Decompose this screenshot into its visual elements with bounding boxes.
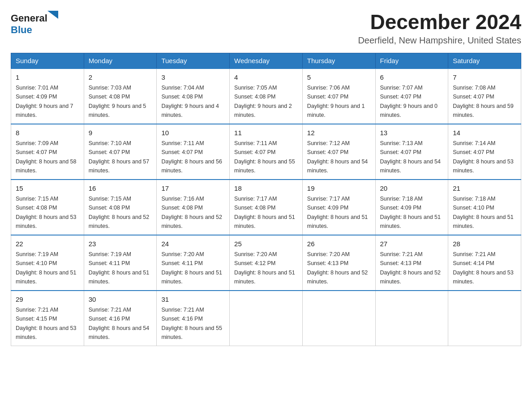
table-row: 1 Sunrise: 7:01 AMSunset: 4:09 PMDayligh… — [11, 68, 84, 124]
day-info: Sunrise: 7:11 AMSunset: 4:07 PMDaylight:… — [161, 140, 222, 174]
day-number: 13 — [380, 128, 444, 138]
logo: General Blue — [11, 11, 58, 36]
table-row: 13 Sunrise: 7:13 AMSunset: 4:07 PMDaylig… — [375, 124, 448, 180]
day-info: Sunrise: 7:19 AMSunset: 4:11 PMDaylight:… — [89, 251, 150, 285]
day-info: Sunrise: 7:21 AMSunset: 4:13 PMDaylight:… — [380, 251, 441, 285]
day-number: 11 — [234, 128, 298, 138]
day-number: 21 — [453, 184, 516, 194]
day-info: Sunrise: 7:15 AMSunset: 4:08 PMDaylight:… — [89, 196, 150, 229]
day-info: Sunrise: 7:11 AMSunset: 4:07 PMDaylight:… — [234, 140, 295, 174]
table-row: 3 Sunrise: 7:04 AMSunset: 4:08 PMDayligh… — [157, 68, 230, 124]
logo-text: General Blue — [11, 11, 58, 36]
table-row: 16 Sunrise: 7:15 AMSunset: 4:08 PMDaylig… — [84, 180, 157, 235]
table-row: 28 Sunrise: 7:21 AMSunset: 4:14 PMDaylig… — [448, 235, 521, 291]
month-title: December 2024 — [358, 11, 521, 34]
calendar-header-row: Sunday Monday Tuesday Wednesday Thursday… — [11, 53, 521, 68]
table-row — [375, 291, 448, 346]
day-number: 20 — [380, 184, 444, 194]
calendar-week-row: 29 Sunrise: 7:21 AMSunset: 4:15 PMDaylig… — [11, 291, 521, 346]
day-info: Sunrise: 7:16 AMSunset: 4:08 PMDaylight:… — [161, 196, 222, 229]
calendar-table: Sunday Monday Tuesday Wednesday Thursday… — [11, 53, 521, 346]
table-row: 9 Sunrise: 7:10 AMSunset: 4:07 PMDayligh… — [84, 124, 157, 180]
header-wednesday: Wednesday — [230, 53, 303, 68]
header-tuesday: Tuesday — [157, 53, 230, 68]
day-info: Sunrise: 7:13 AMSunset: 4:07 PMDaylight:… — [380, 140, 441, 174]
calendar-week-row: 15 Sunrise: 7:15 AMSunset: 4:08 PMDaylig… — [11, 180, 521, 235]
day-number: 4 — [234, 73, 298, 83]
table-row: 15 Sunrise: 7:15 AMSunset: 4:08 PMDaylig… — [11, 180, 84, 235]
day-info: Sunrise: 7:12 AMSunset: 4:07 PMDaylight:… — [307, 140, 368, 174]
day-number: 9 — [89, 128, 152, 138]
header-saturday: Saturday — [448, 53, 521, 68]
table-row: 22 Sunrise: 7:19 AMSunset: 4:10 PMDaylig… — [11, 235, 84, 291]
table-row: 18 Sunrise: 7:17 AMSunset: 4:08 PMDaylig… — [230, 180, 303, 235]
table-row — [448, 291, 521, 346]
calendar-week-row: 8 Sunrise: 7:09 AMSunset: 4:07 PMDayligh… — [11, 124, 521, 180]
day-number: 31 — [161, 295, 225, 305]
table-row: 6 Sunrise: 7:07 AMSunset: 4:07 PMDayligh… — [375, 68, 448, 124]
calendar-week-row: 1 Sunrise: 7:01 AMSunset: 4:09 PMDayligh… — [11, 68, 521, 124]
day-info: Sunrise: 7:08 AMSunset: 4:07 PMDaylight:… — [453, 85, 514, 118]
day-number: 7 — [453, 73, 516, 83]
day-number: 10 — [161, 128, 225, 138]
header-monday: Monday — [84, 53, 157, 68]
title-section: December 2024 Deerfield, New Hampshire, … — [358, 11, 521, 46]
day-info: Sunrise: 7:20 AMSunset: 4:13 PMDaylight:… — [307, 251, 368, 285]
day-info: Sunrise: 7:20 AMSunset: 4:11 PMDaylight:… — [161, 251, 222, 285]
table-row: 20 Sunrise: 7:18 AMSunset: 4:09 PMDaylig… — [375, 180, 448, 235]
day-number: 23 — [89, 239, 152, 249]
day-info: Sunrise: 7:15 AMSunset: 4:08 PMDaylight:… — [16, 196, 77, 229]
day-info: Sunrise: 7:06 AMSunset: 4:07 PMDaylight:… — [307, 85, 365, 118]
table-row: 26 Sunrise: 7:20 AMSunset: 4:13 PMDaylig… — [302, 235, 375, 291]
table-row: 19 Sunrise: 7:17 AMSunset: 4:09 PMDaylig… — [302, 180, 375, 235]
svg-marker-0 — [47, 11, 58, 19]
table-row: 4 Sunrise: 7:05 AMSunset: 4:08 PMDayligh… — [230, 68, 303, 124]
day-number: 26 — [307, 239, 371, 249]
day-number: 19 — [307, 184, 371, 194]
day-info: Sunrise: 7:18 AMSunset: 4:09 PMDaylight:… — [380, 196, 441, 229]
day-info: Sunrise: 7:19 AMSunset: 4:10 PMDaylight:… — [16, 251, 77, 285]
day-info: Sunrise: 7:21 AMSunset: 4:14 PMDaylight:… — [453, 251, 514, 285]
table-row: 14 Sunrise: 7:14 AMSunset: 4:07 PMDaylig… — [448, 124, 521, 180]
day-info: Sunrise: 7:21 AMSunset: 4:16 PMDaylight:… — [161, 307, 222, 340]
day-info: Sunrise: 7:04 AMSunset: 4:08 PMDaylight:… — [161, 85, 219, 118]
table-row: 24 Sunrise: 7:20 AMSunset: 4:11 PMDaylig… — [157, 235, 230, 291]
table-row: 29 Sunrise: 7:21 AMSunset: 4:15 PMDaylig… — [11, 291, 84, 346]
day-number: 16 — [89, 184, 152, 194]
day-info: Sunrise: 7:21 AMSunset: 4:15 PMDaylight:… — [16, 307, 77, 340]
header-friday: Friday — [375, 53, 448, 68]
table-row: 8 Sunrise: 7:09 AMSunset: 4:07 PMDayligh… — [11, 124, 84, 180]
day-info: Sunrise: 7:05 AMSunset: 4:08 PMDaylight:… — [234, 85, 292, 118]
day-info: Sunrise: 7:14 AMSunset: 4:07 PMDaylight:… — [453, 140, 514, 174]
table-row: 11 Sunrise: 7:11 AMSunset: 4:07 PMDaylig… — [230, 124, 303, 180]
logo-general: General — [11, 13, 47, 24]
table-row: 21 Sunrise: 7:18 AMSunset: 4:10 PMDaylig… — [448, 180, 521, 235]
header-sunday: Sunday — [11, 53, 84, 68]
calendar-week-row: 22 Sunrise: 7:19 AMSunset: 4:10 PMDaylig… — [11, 235, 521, 291]
day-info: Sunrise: 7:17 AMSunset: 4:09 PMDaylight:… — [307, 196, 368, 229]
day-info: Sunrise: 7:10 AMSunset: 4:07 PMDaylight:… — [89, 140, 150, 174]
table-row — [230, 291, 303, 346]
table-row: 5 Sunrise: 7:06 AMSunset: 4:07 PMDayligh… — [302, 68, 375, 124]
day-number: 30 — [89, 295, 152, 305]
table-row: 12 Sunrise: 7:12 AMSunset: 4:07 PMDaylig… — [302, 124, 375, 180]
table-row: 30 Sunrise: 7:21 AMSunset: 4:16 PMDaylig… — [84, 291, 157, 346]
day-info: Sunrise: 7:18 AMSunset: 4:10 PMDaylight:… — [453, 196, 514, 229]
day-number: 14 — [453, 128, 516, 138]
day-info: Sunrise: 7:21 AMSunset: 4:16 PMDaylight:… — [89, 307, 150, 340]
day-number: 25 — [234, 239, 298, 249]
day-number: 2 — [89, 73, 152, 83]
day-number: 28 — [453, 239, 516, 249]
table-row: 7 Sunrise: 7:08 AMSunset: 4:07 PMDayligh… — [448, 68, 521, 124]
day-number: 29 — [16, 295, 79, 305]
page-header: General Blue December 2024 Deerfield, Ne… — [11, 11, 521, 46]
day-number: 8 — [16, 128, 79, 138]
day-number: 18 — [234, 184, 298, 194]
location: Deerfield, New Hampshire, United States — [358, 35, 521, 46]
table-row: 31 Sunrise: 7:21 AMSunset: 4:16 PMDaylig… — [157, 291, 230, 346]
day-info: Sunrise: 7:09 AMSunset: 4:07 PMDaylight:… — [16, 140, 77, 174]
day-info: Sunrise: 7:20 AMSunset: 4:12 PMDaylight:… — [234, 251, 295, 285]
day-number: 12 — [307, 128, 371, 138]
table-row: 27 Sunrise: 7:21 AMSunset: 4:13 PMDaylig… — [375, 235, 448, 291]
table-row: 2 Sunrise: 7:03 AMSunset: 4:08 PMDayligh… — [84, 68, 157, 124]
